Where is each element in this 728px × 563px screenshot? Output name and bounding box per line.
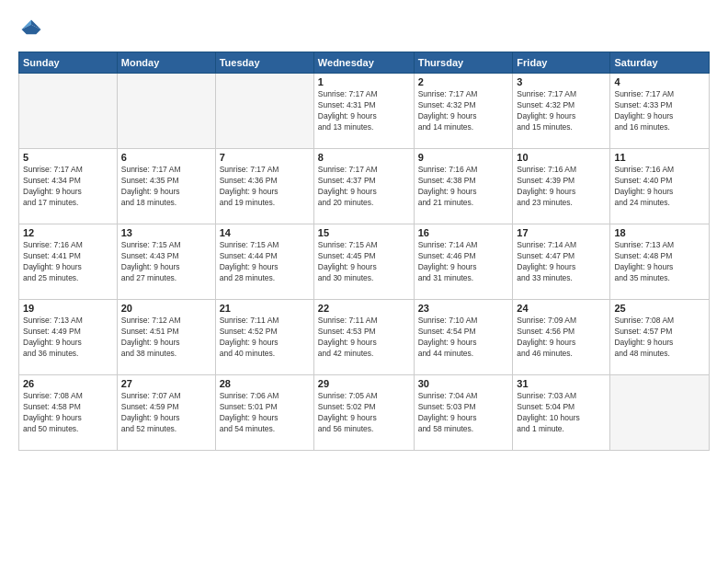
day-info: Sunrise: 7:05 AM Sunset: 5:02 PM Dayligh…: [318, 391, 410, 435]
table-row: 1Sunrise: 7:17 AM Sunset: 4:31 PM Daylig…: [313, 74, 414, 149]
weekday-header-monday: Monday: [117, 52, 215, 74]
table-row: 20Sunrise: 7:12 AM Sunset: 4:51 PM Dayli…: [117, 300, 215, 375]
day-number: 21: [220, 303, 310, 314]
table-row: [610, 375, 710, 451]
day-info: Sunrise: 7:17 AM Sunset: 4:31 PM Dayligh…: [318, 89, 410, 133]
table-row: 5Sunrise: 7:17 AM Sunset: 4:34 PM Daylig…: [19, 149, 118, 224]
weekday-header-saturday: Saturday: [610, 52, 710, 74]
table-row: 9Sunrise: 7:16 AM Sunset: 4:38 PM Daylig…: [414, 149, 513, 224]
day-info: Sunrise: 7:17 AM Sunset: 4:37 PM Dayligh…: [318, 165, 410, 209]
day-number: 16: [418, 227, 509, 238]
day-number: 26: [23, 378, 113, 389]
day-number: 14: [220, 227, 310, 238]
day-info: Sunrise: 7:10 AM Sunset: 4:54 PM Dayligh…: [418, 316, 509, 360]
table-row: 16Sunrise: 7:14 AM Sunset: 4:46 PM Dayli…: [414, 224, 513, 300]
page: SundayMondayTuesdayWednesdayThursdayFrid…: [0, 0, 728, 563]
table-row: 3Sunrise: 7:17 AM Sunset: 4:32 PM Daylig…: [513, 74, 610, 149]
day-number: 13: [121, 227, 211, 238]
day-number: 2: [418, 76, 509, 87]
day-info: Sunrise: 7:17 AM Sunset: 4:32 PM Dayligh…: [418, 89, 509, 133]
weekday-header-wednesday: Wednesday: [313, 52, 414, 74]
table-row: 27Sunrise: 7:07 AM Sunset: 4:59 PM Dayli…: [117, 375, 215, 451]
calendar-week-row: 12Sunrise: 7:16 AM Sunset: 4:41 PM Dayli…: [19, 224, 710, 300]
table-row: 25Sunrise: 7:08 AM Sunset: 4:57 PM Dayli…: [610, 300, 710, 375]
day-info: Sunrise: 7:15 AM Sunset: 4:45 PM Dayligh…: [318, 240, 410, 284]
day-info: Sunrise: 7:11 AM Sunset: 4:53 PM Dayligh…: [318, 316, 410, 360]
day-info: Sunrise: 7:08 AM Sunset: 4:58 PM Dayligh…: [23, 391, 113, 435]
day-number: 18: [614, 227, 705, 238]
table-row: 2Sunrise: 7:17 AM Sunset: 4:32 PM Daylig…: [414, 74, 513, 149]
day-info: Sunrise: 7:11 AM Sunset: 4:52 PM Dayligh…: [220, 316, 310, 360]
table-row: 11Sunrise: 7:16 AM Sunset: 4:40 PM Dayli…: [610, 149, 710, 224]
day-number: 6: [121, 152, 211, 163]
table-row: 19Sunrise: 7:13 AM Sunset: 4:49 PM Dayli…: [19, 300, 118, 375]
table-row: 4Sunrise: 7:17 AM Sunset: 4:33 PM Daylig…: [610, 74, 710, 149]
calendar-week-row: 1Sunrise: 7:17 AM Sunset: 4:31 PM Daylig…: [19, 74, 710, 149]
day-info: Sunrise: 7:16 AM Sunset: 4:41 PM Dayligh…: [23, 240, 113, 284]
weekday-header-row: SundayMondayTuesdayWednesdayThursdayFrid…: [19, 52, 710, 74]
table-row: 7Sunrise: 7:17 AM Sunset: 4:36 PM Daylig…: [215, 149, 313, 224]
day-info: Sunrise: 7:03 AM Sunset: 5:04 PM Dayligh…: [517, 391, 606, 435]
day-number: 11: [614, 152, 705, 163]
table-row: 15Sunrise: 7:15 AM Sunset: 4:45 PM Dayli…: [313, 224, 414, 300]
day-info: Sunrise: 7:13 AM Sunset: 4:49 PM Dayligh…: [23, 316, 113, 360]
day-number: 10: [517, 152, 606, 163]
weekday-header-thursday: Thursday: [414, 52, 513, 74]
day-number: 28: [220, 378, 310, 389]
table-row: [19, 74, 118, 149]
calendar-week-row: 26Sunrise: 7:08 AM Sunset: 4:58 PM Dayli…: [19, 375, 710, 451]
day-number: 15: [318, 227, 410, 238]
day-number: 19: [23, 303, 113, 314]
day-number: 22: [318, 303, 410, 314]
table-row: 21Sunrise: 7:11 AM Sunset: 4:52 PM Dayli…: [215, 300, 313, 375]
table-row: 18Sunrise: 7:13 AM Sunset: 4:48 PM Dayli…: [610, 224, 710, 300]
day-number: 31: [517, 378, 606, 389]
day-info: Sunrise: 7:06 AM Sunset: 5:01 PM Dayligh…: [220, 391, 310, 435]
day-info: Sunrise: 7:16 AM Sunset: 4:40 PM Dayligh…: [614, 165, 705, 209]
day-number: 1: [318, 76, 410, 87]
day-info: Sunrise: 7:04 AM Sunset: 5:03 PM Dayligh…: [418, 391, 509, 435]
table-row: [117, 74, 215, 149]
day-number: 23: [418, 303, 509, 314]
day-number: 3: [517, 76, 606, 87]
day-info: Sunrise: 7:17 AM Sunset: 4:33 PM Dayligh…: [614, 89, 705, 133]
day-number: 25: [614, 303, 705, 314]
day-info: Sunrise: 7:14 AM Sunset: 4:46 PM Dayligh…: [418, 240, 509, 284]
table-row: 26Sunrise: 7:08 AM Sunset: 4:58 PM Dayli…: [19, 375, 118, 451]
table-row: 12Sunrise: 7:16 AM Sunset: 4:41 PM Dayli…: [19, 224, 118, 300]
table-row: 10Sunrise: 7:16 AM Sunset: 4:39 PM Dayli…: [513, 149, 610, 224]
calendar-week-row: 19Sunrise: 7:13 AM Sunset: 4:49 PM Dayli…: [19, 300, 710, 375]
day-info: Sunrise: 7:15 AM Sunset: 4:43 PM Dayligh…: [121, 240, 211, 284]
day-number: 17: [517, 227, 606, 238]
day-info: Sunrise: 7:17 AM Sunset: 4:34 PM Dayligh…: [23, 165, 113, 209]
day-number: 20: [121, 303, 211, 314]
table-row: 14Sunrise: 7:15 AM Sunset: 4:44 PM Dayli…: [215, 224, 313, 300]
table-row: 6Sunrise: 7:17 AM Sunset: 4:35 PM Daylig…: [117, 149, 215, 224]
day-number: 4: [614, 76, 705, 87]
table-row: 30Sunrise: 7:04 AM Sunset: 5:03 PM Dayli…: [414, 375, 513, 451]
day-info: Sunrise: 7:17 AM Sunset: 4:36 PM Dayligh…: [220, 165, 310, 209]
logo-icon: [18, 17, 44, 42]
weekday-header-friday: Friday: [513, 52, 610, 74]
day-info: Sunrise: 7:16 AM Sunset: 4:38 PM Dayligh…: [418, 165, 509, 209]
weekday-header-sunday: Sunday: [19, 52, 118, 74]
day-info: Sunrise: 7:17 AM Sunset: 4:32 PM Dayligh…: [517, 89, 606, 133]
day-number: 8: [318, 152, 410, 163]
day-info: Sunrise: 7:13 AM Sunset: 4:48 PM Dayligh…: [614, 240, 705, 284]
table-row: 24Sunrise: 7:09 AM Sunset: 4:56 PM Dayli…: [513, 300, 610, 375]
table-row: 22Sunrise: 7:11 AM Sunset: 4:53 PM Dayli…: [313, 300, 414, 375]
day-info: Sunrise: 7:16 AM Sunset: 4:39 PM Dayligh…: [517, 165, 606, 209]
day-number: 24: [517, 303, 606, 314]
svg-marker-2: [22, 25, 41, 35]
day-number: 7: [220, 152, 310, 163]
table-row: 28Sunrise: 7:06 AM Sunset: 5:01 PM Dayli…: [215, 375, 313, 451]
day-number: 29: [318, 378, 410, 389]
table-row: 17Sunrise: 7:14 AM Sunset: 4:47 PM Dayli…: [513, 224, 610, 300]
day-info: Sunrise: 7:07 AM Sunset: 4:59 PM Dayligh…: [121, 391, 211, 435]
table-row: 8Sunrise: 7:17 AM Sunset: 4:37 PM Daylig…: [313, 149, 414, 224]
table-row: 31Sunrise: 7:03 AM Sunset: 5:04 PM Dayli…: [513, 375, 610, 451]
day-info: Sunrise: 7:12 AM Sunset: 4:51 PM Dayligh…: [121, 316, 211, 360]
table-row: 13Sunrise: 7:15 AM Sunset: 4:43 PM Dayli…: [117, 224, 215, 300]
day-number: 5: [23, 152, 113, 163]
day-info: Sunrise: 7:17 AM Sunset: 4:35 PM Dayligh…: [121, 165, 211, 209]
